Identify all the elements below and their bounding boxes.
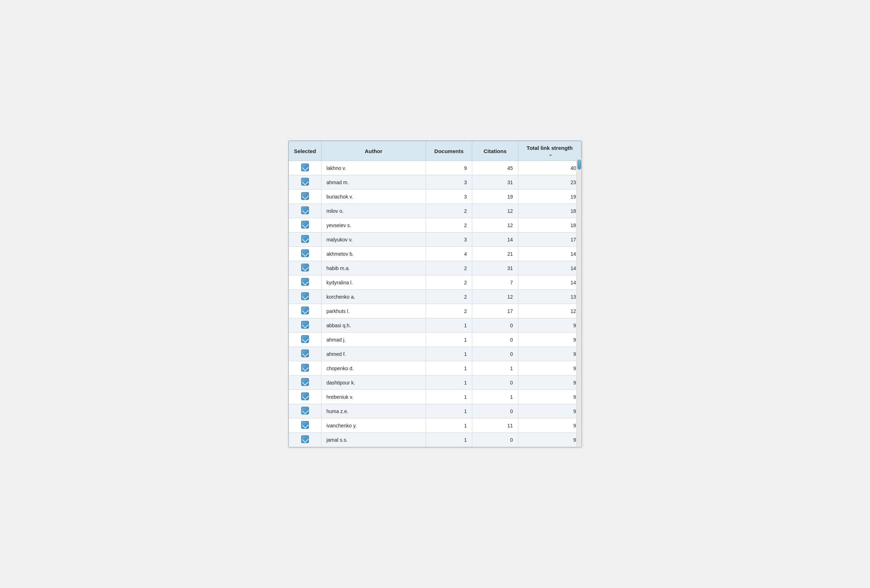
checkbox-checked-icon[interactable]: [301, 349, 309, 357]
checkbox-checked-icon[interactable]: [301, 378, 309, 386]
cell-total-link-strength: 9: [518, 419, 581, 433]
table-row: habib m.a.23114: [289, 261, 581, 275]
checkbox-checked-icon[interactable]: [301, 264, 309, 272]
cell-citations: 45: [472, 161, 518, 175]
cell-total-link-strength: 40: [518, 161, 581, 175]
cell-total-link-strength: 9: [518, 318, 581, 333]
cell-author: jamal s.s.: [321, 433, 426, 447]
cell-documents: 1: [426, 361, 472, 376]
scrollbar[interactable]: [577, 158, 581, 447]
cell-author: buriachok v.: [321, 190, 426, 204]
checkbox-checked-icon[interactable]: [301, 421, 309, 429]
cell-citations: 0: [472, 404, 518, 419]
cell-selected[interactable]: [289, 161, 322, 175]
table-row: akhmetov b.42114: [289, 247, 581, 261]
checkbox-checked-icon[interactable]: [301, 192, 309, 200]
cell-selected[interactable]: [289, 190, 322, 204]
cell-documents: 1: [426, 376, 472, 390]
cell-selected[interactable]: [289, 390, 322, 404]
header-total-link-strength[interactable]: Total link strength ⌄: [518, 141, 581, 161]
cell-author: kydyralina l.: [321, 275, 426, 290]
cell-selected[interactable]: [289, 204, 322, 218]
cell-citations: 0: [472, 333, 518, 347]
cell-selected[interactable]: [289, 275, 322, 290]
table-row: chopenko d.119: [289, 361, 581, 376]
cell-citations: 14: [472, 233, 518, 247]
cell-author: korchenko a.: [321, 290, 426, 304]
cell-citations: 31: [472, 261, 518, 275]
cell-documents: 4: [426, 247, 472, 261]
checkbox-checked-icon[interactable]: [301, 178, 309, 186]
cell-selected[interactable]: [289, 419, 322, 433]
cell-citations: 12: [472, 204, 518, 218]
checkbox-checked-icon[interactable]: [301, 278, 309, 286]
cell-citations: 0: [472, 318, 518, 333]
cell-documents: 1: [426, 404, 472, 419]
cell-selected[interactable]: [289, 218, 322, 233]
checkbox-checked-icon[interactable]: [301, 163, 309, 171]
checkbox-checked-icon[interactable]: [301, 435, 309, 443]
cell-total-link-strength: 9: [518, 376, 581, 390]
checkbox-checked-icon[interactable]: [301, 306, 309, 315]
cell-author: ivanchenko y.: [321, 419, 426, 433]
table-row: hrebeniuk v.119: [289, 390, 581, 404]
table-row: buriachok v.31919: [289, 190, 581, 204]
cell-author: yevseiev s.: [321, 218, 426, 233]
cell-documents: 1: [426, 419, 472, 433]
table-row: abbasi q.h.109: [289, 318, 581, 333]
cell-total-link-strength: 18: [518, 204, 581, 218]
cell-selected[interactable]: [289, 175, 322, 190]
cell-documents: 1: [426, 390, 472, 404]
cell-citations: 1: [472, 361, 518, 376]
header-documents: Documents: [426, 141, 472, 161]
table-row: korchenko a.21213: [289, 290, 581, 304]
checkbox-checked-icon[interactable]: [301, 221, 309, 229]
cell-selected[interactable]: [289, 404, 322, 419]
table-row: ahmad m.33123: [289, 175, 581, 190]
table-row: ahmed f.109: [289, 347, 581, 361]
cell-selected[interactable]: [289, 361, 322, 376]
checkbox-checked-icon[interactable]: [301, 321, 309, 329]
cell-selected[interactable]: [289, 347, 322, 361]
cell-selected[interactable]: [289, 433, 322, 447]
cell-selected[interactable]: [289, 318, 322, 333]
checkbox-checked-icon[interactable]: [301, 407, 309, 414]
cell-selected[interactable]: [289, 376, 322, 390]
cell-selected[interactable]: [289, 304, 322, 318]
cell-total-link-strength: 17: [518, 233, 581, 247]
cell-author: milov o.: [321, 204, 426, 218]
checkbox-checked-icon[interactable]: [301, 292, 309, 300]
cell-documents: 2: [426, 290, 472, 304]
checkbox-checked-icon[interactable]: [301, 249, 309, 257]
cell-selected[interactable]: [289, 333, 322, 347]
scrollbar-thumb[interactable]: [578, 159, 581, 169]
sort-descending-icon: ⌄: [548, 151, 553, 157]
checkbox-checked-icon[interactable]: [301, 235, 309, 243]
cell-documents: 2: [426, 218, 472, 233]
cell-selected[interactable]: [289, 233, 322, 247]
cell-documents: 3: [426, 233, 472, 247]
header-citations: Citations: [472, 141, 518, 161]
cell-selected[interactable]: [289, 261, 322, 275]
cell-documents: 1: [426, 333, 472, 347]
checkbox-checked-icon[interactable]: [301, 206, 309, 214]
cell-documents: 3: [426, 190, 472, 204]
table-row: jamal s.s.109: [289, 433, 581, 447]
header-author: Author: [321, 141, 426, 161]
cell-total-link-strength: 14: [518, 261, 581, 275]
cell-citations: 0: [472, 376, 518, 390]
cell-citations: 11: [472, 419, 518, 433]
cell-author: akhmetov b.: [321, 247, 426, 261]
checkbox-checked-icon[interactable]: [301, 335, 309, 343]
cell-author: dashtipour k.: [321, 376, 426, 390]
cell-citations: 31: [472, 175, 518, 190]
cell-documents: 2: [426, 204, 472, 218]
cell-selected[interactable]: [289, 290, 322, 304]
cell-citations: 0: [472, 347, 518, 361]
cell-total-link-strength: 9: [518, 404, 581, 419]
cell-selected[interactable]: [289, 247, 322, 261]
cell-documents: 2: [426, 275, 472, 290]
cell-author: habib m.a.: [321, 261, 426, 275]
checkbox-checked-icon[interactable]: [301, 392, 309, 400]
checkbox-checked-icon[interactable]: [301, 364, 309, 371]
